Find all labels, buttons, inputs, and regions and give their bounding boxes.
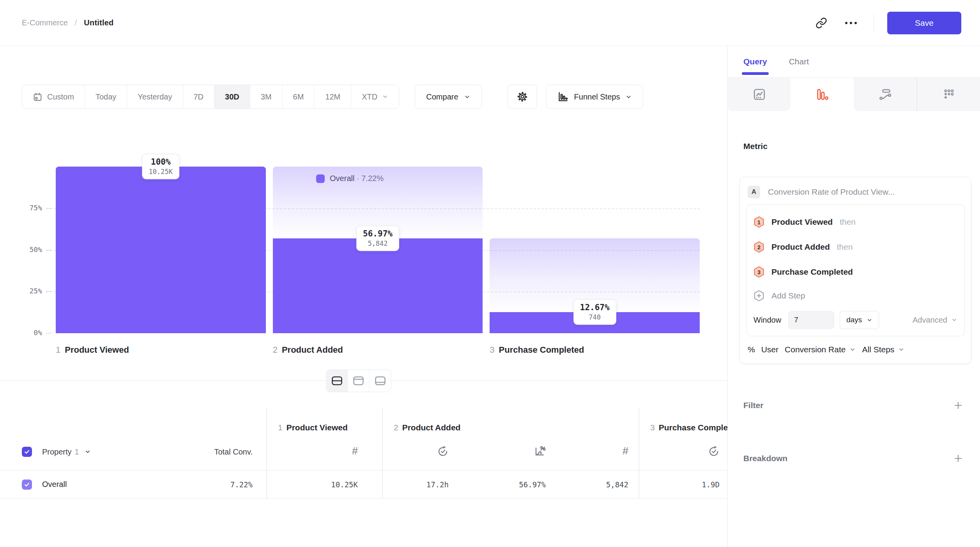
breadcrumb: E-Commerce / Untitled xyxy=(22,18,113,27)
split-view-icon xyxy=(332,376,343,385)
step-2-number: 2 xyxy=(757,244,761,250)
metric-card: A Conversion Rate of Product View... 1 P… xyxy=(739,177,971,364)
breakdown-label: Breakdown xyxy=(743,454,787,463)
query-step-1[interactable]: 1 Product Viewed then xyxy=(754,210,957,234)
funnel-bar-step-1[interactable]: 100% 10.25K 1Product Viewed xyxy=(56,167,266,333)
tab-query[interactable]: Query xyxy=(743,46,767,77)
split-view-button[interactable] xyxy=(327,370,348,392)
date-range-30d[interactable]: 30D xyxy=(214,85,250,108)
bar-count-label: 10.25K xyxy=(149,168,173,176)
funnel-bar-step-3[interactable]: 12.67% 740 3Purchase Completed xyxy=(490,167,700,333)
breadcrumb-project[interactable]: E-Commerce xyxy=(22,18,68,27)
add-filter-button[interactable] xyxy=(953,401,963,410)
column-icon-rate xyxy=(467,433,553,471)
chart-type-label: Funnel Steps xyxy=(574,92,620,101)
advanced-dropdown[interactable]: Advanced xyxy=(913,316,957,325)
row-checkbox[interactable] xyxy=(22,480,32,490)
breakdown-table: 1Product Viewed 2Product Added 3Purchase… xyxy=(0,407,727,499)
y-axis-label-50: 50% xyxy=(14,245,42,254)
line-chart-icon xyxy=(753,88,766,101)
step-axis-label-2: 2Product Added xyxy=(273,345,343,355)
metric-type-dropdown[interactable]: Conversion Rate xyxy=(785,345,856,354)
tab-chart[interactable]: Chart xyxy=(789,46,809,77)
date-range-6m[interactable]: 6M xyxy=(283,85,315,108)
date-range-12m[interactable]: 12M xyxy=(315,85,351,108)
bar-value-card: 12.67% 740 xyxy=(573,299,616,325)
y-axis-label-25: 25% xyxy=(14,287,42,295)
chart-type-flow[interactable] xyxy=(854,78,916,111)
bar-value-card: 56.97% 5,842 xyxy=(356,226,399,251)
date-range-xtd[interactable]: XTD xyxy=(351,85,399,108)
row-value-step2-rate: 56.97% xyxy=(467,480,553,489)
metric-series-row[interactable]: A Conversion Rate of Product View... xyxy=(740,177,971,204)
date-range-label: Custom xyxy=(47,92,74,101)
funnel-bar-step-2[interactable]: 56.97% 5,842 2Product Added xyxy=(273,167,483,333)
bar-pct-label: 12.67% xyxy=(580,302,610,312)
plus-icon xyxy=(953,454,963,463)
step-name: Product Added xyxy=(282,345,343,355)
add-step-button[interactable]: Add Step xyxy=(754,284,957,307)
panel-tabs: Query Chart xyxy=(728,46,980,78)
conversion-window-row: Window days Advanced xyxy=(754,311,957,329)
date-range-custom[interactable]: Custom xyxy=(22,85,85,108)
count-icon: # xyxy=(623,445,628,457)
share-link-button[interactable] xyxy=(812,14,831,32)
group-step-number: 1 xyxy=(278,423,283,432)
date-range-label: XTD xyxy=(362,92,377,101)
percent-symbol: % xyxy=(748,345,755,354)
row-total-conversion: 7.22% xyxy=(230,480,253,489)
y-axis-tick xyxy=(46,291,52,292)
window-value-input[interactable] xyxy=(788,311,834,329)
date-range-7d[interactable]: 7D xyxy=(183,85,215,108)
step-number: 1 xyxy=(56,345,60,355)
step-3-event: Purchase Completed xyxy=(771,267,853,277)
chart-type-grid[interactable] xyxy=(917,78,980,111)
step-number: 2 xyxy=(273,345,278,355)
chart-settings-button[interactable] xyxy=(508,85,537,109)
compare-button[interactable]: Compare xyxy=(415,85,481,109)
step-1-badge: 1 xyxy=(754,216,764,228)
chart-type-funnel[interactable] xyxy=(791,78,853,111)
table-header: 1Product Viewed 2Product Added 3Purchase… xyxy=(0,407,727,471)
date-range-3m[interactable]: 3M xyxy=(250,85,283,108)
compare-label: Compare xyxy=(426,92,458,101)
property-dropdown-chevron[interactable] xyxy=(85,449,91,455)
bar-value-card: 100% 10.25K xyxy=(142,154,179,179)
total-conversion-header: Total Conv. xyxy=(214,448,253,456)
property-header-label[interactable]: Property1 xyxy=(42,448,79,456)
column-divider xyxy=(382,407,383,499)
query-step-2[interactable]: 2 Product Added then xyxy=(754,234,957,259)
row-name-cell: Overall 7.22% xyxy=(0,480,266,490)
group-step-name: Product Added xyxy=(402,423,461,432)
chart-view-button[interactable] xyxy=(348,370,370,392)
step-1-then: then xyxy=(840,217,856,227)
chevron-down-icon xyxy=(382,94,388,100)
date-range-today[interactable]: Today xyxy=(85,85,127,108)
chevron-down-icon xyxy=(464,94,471,100)
chart-type-line[interactable] xyxy=(728,78,791,111)
chart-type-button[interactable]: Funnel Steps xyxy=(546,85,644,109)
page-title[interactable]: Untitled xyxy=(84,18,113,27)
select-all-checkbox[interactable] xyxy=(22,447,32,457)
conversion-rate-icon xyxy=(534,445,546,457)
more-menu-button[interactable] xyxy=(842,14,860,32)
window-unit-label: days xyxy=(846,316,862,324)
table-view-icon xyxy=(375,376,386,385)
ellipsis-icon xyxy=(844,21,858,25)
row-value-step1-count: 10.25K xyxy=(266,480,382,489)
add-breakdown-button[interactable] xyxy=(953,454,963,463)
chart-toolbar: Custom Today Yesterday 7D 30D 3M 6M 12M … xyxy=(22,85,643,109)
step-1-event: Product Viewed xyxy=(771,217,833,227)
window-unit-dropdown[interactable]: days xyxy=(840,311,879,329)
breadcrumb-separator: / xyxy=(75,18,77,27)
date-range-yesterday[interactable]: Yesterday xyxy=(127,85,183,108)
step-3-badge: 3 xyxy=(754,266,764,278)
funnel-chart: 100% 10.25K 1Product Viewed 56.97% 5,842 xyxy=(56,167,700,333)
entity-toggle[interactable]: User xyxy=(761,345,778,354)
save-button[interactable]: Save xyxy=(887,12,961,34)
time-to-convert-icon xyxy=(708,445,720,457)
calendar-icon xyxy=(33,92,42,102)
query-step-3[interactable]: 3 Purchase Completed xyxy=(754,259,957,284)
steps-scope-dropdown[interactable]: All Steps xyxy=(862,345,904,354)
table-view-button[interactable] xyxy=(370,370,391,392)
